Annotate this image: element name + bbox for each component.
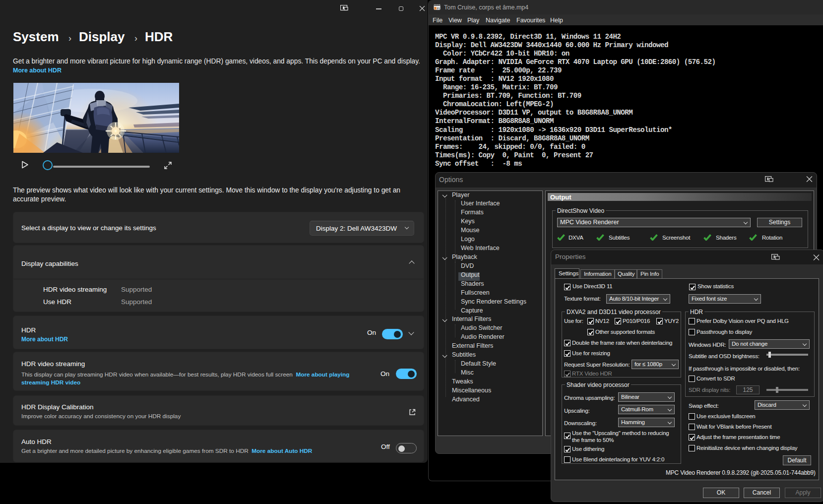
- svg-text:21: 21: [437, 7, 440, 10]
